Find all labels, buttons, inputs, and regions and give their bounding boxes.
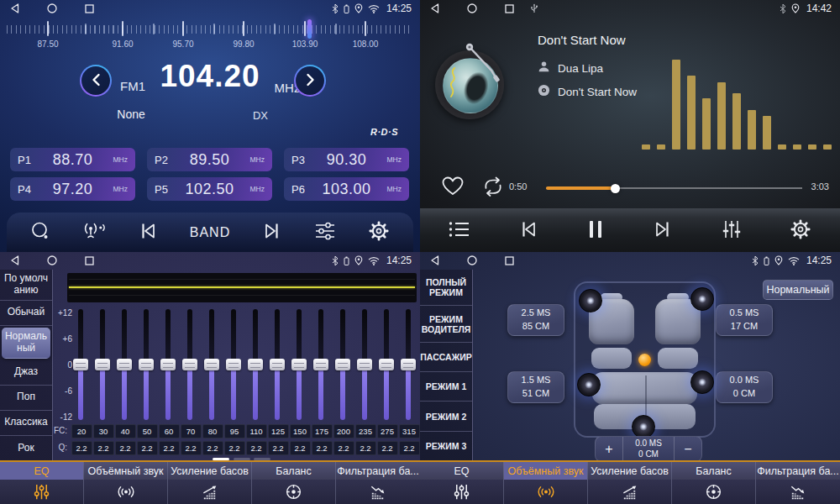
eq-preset-item[interactable]: Классика (0, 411, 52, 436)
band-button[interactable]: BAND (188, 223, 232, 242)
eq-band-slider[interactable] (269, 309, 286, 420)
slider-knob[interactable] (95, 359, 110, 370)
back-icon[interactable] (10, 255, 19, 265)
eq-band-slider[interactable] (356, 309, 373, 420)
surround-mode-item[interactable]: РЕЖИМ 1 (420, 372, 472, 402)
previous-track-button[interactable] (516, 218, 541, 244)
slider-knob[interactable] (379, 359, 394, 370)
recents-icon[interactable] (505, 256, 514, 265)
eq-preset-item[interactable]: Обычай (0, 301, 52, 326)
tab-balance[interactable]: Баланс (252, 462, 336, 504)
preset-button[interactable]: P497.20MHz (10, 177, 135, 201)
eq-band-slider[interactable] (378, 309, 395, 420)
tab-eq[interactable]: EQ (420, 462, 504, 504)
eq-band-slider[interactable] (291, 309, 307, 420)
surround-mode-item[interactable]: ПАССАЖИР (420, 343, 472, 372)
tab-bass-boost[interactable]: Усиление басов (168, 462, 252, 504)
recents-icon[interactable] (85, 4, 94, 13)
playlist-button[interactable] (447, 218, 472, 243)
tab-bass-filter[interactable]: Фильтрация ба... (336, 462, 420, 504)
slider-knob[interactable] (291, 359, 307, 370)
surround-mode-item[interactable]: РЕЖИМ 3 (420, 432, 472, 460)
settings-button[interactable] (366, 218, 391, 246)
repeat-button[interactable] (479, 175, 507, 202)
back-icon[interactable] (430, 255, 439, 265)
slider-knob[interactable] (357, 359, 372, 370)
tab-balance[interactable]: Баланс (672, 462, 756, 504)
seek-knob[interactable] (611, 184, 620, 193)
preset-button[interactable]: P289.50MHz (147, 148, 272, 171)
eq-preset-item[interactable]: Поп (0, 386, 52, 411)
slider-knob[interactable] (204, 359, 219, 370)
tab-bass-boost[interactable]: Усиление басов (588, 462, 672, 504)
broadcast-button[interactable] (80, 218, 108, 246)
recents-icon[interactable] (505, 4, 514, 13)
slider-knob[interactable] (73, 359, 88, 370)
next-track-button[interactable] (650, 218, 675, 244)
rear-right-delay-button[interactable]: 0.0 MS 0 CM (716, 371, 773, 403)
eq-band-slider[interactable] (400, 309, 417, 420)
scan-button[interactable] (29, 219, 52, 245)
eq-band-slider[interactable] (94, 309, 111, 420)
listening-position-marker[interactable] (638, 354, 651, 366)
home-icon[interactable] (467, 255, 477, 265)
eq-band-slider[interactable] (72, 309, 89, 420)
home-icon[interactable] (47, 3, 57, 13)
slider-knob[interactable] (160, 359, 176, 370)
home-icon[interactable] (47, 255, 57, 265)
front-left-delay-button[interactable]: 2.5 MS 85 CM (507, 304, 564, 336)
eq-band-slider[interactable] (334, 309, 351, 420)
pause-button[interactable] (585, 217, 606, 244)
equalizer-button[interactable] (719, 218, 744, 244)
slider-knob[interactable] (226, 359, 241, 370)
slider-knob[interactable] (335, 359, 350, 370)
slider-knob[interactable] (182, 359, 197, 370)
tab-eq[interactable]: EQ (0, 462, 84, 504)
next-station-button[interactable] (260, 219, 285, 245)
back-icon[interactable] (430, 3, 439, 13)
tune-up-button[interactable] (294, 65, 326, 97)
eq-band-slider[interactable] (181, 309, 198, 420)
eq-band-slider[interactable] (225, 309, 242, 420)
eq-band-slider[interactable] (203, 309, 220, 420)
delay-decrease-button[interactable]: − (674, 437, 701, 461)
slider-knob[interactable] (248, 359, 263, 370)
slider-knob[interactable] (117, 359, 132, 370)
surround-mode-item[interactable]: ПОЛНЫЙ РЕЖИМ (420, 270, 472, 306)
surround-mode-item[interactable]: РЕЖИМ ВОДИТЕЛЯ (420, 306, 472, 342)
recents-icon[interactable] (85, 256, 94, 265)
slider-knob[interactable] (270, 359, 285, 370)
slider-knob[interactable] (401, 359, 416, 370)
home-icon[interactable] (467, 3, 477, 13)
eq-band-slider[interactable] (116, 309, 133, 420)
surround-mode-item[interactable]: РЕЖИМ 2 (420, 402, 472, 431)
eq-preset-item[interactable]: По умолчанию (0, 270, 52, 301)
tab-bass-filter[interactable]: Фильтрация ба... (756, 462, 840, 504)
delay-increase-button[interactable]: + (596, 437, 623, 461)
eq-preset-item[interactable]: Нормальный (2, 328, 50, 359)
rear-left-delay-button[interactable]: 1.5 MS 51 CM (507, 371, 564, 403)
sound-profile-button[interactable]: Нормальный (763, 280, 833, 300)
tab-surround-sound[interactable]: Объёмный звук (84, 462, 168, 504)
front-right-delay-button[interactable]: 0.5 MS 17 CM (716, 304, 773, 336)
audio-settings-button[interactable] (312, 219, 339, 245)
eq-band-slider[interactable] (312, 309, 329, 420)
eq-preset-item[interactable]: Джаз (0, 360, 52, 386)
preset-button[interactable]: P6103.00MHz (284, 177, 409, 201)
eq-band-slider[interactable] (138, 309, 155, 420)
seek-bar[interactable] (546, 185, 802, 192)
slider-knob[interactable] (313, 359, 328, 370)
eq-band-slider[interactable] (247, 309, 264, 420)
favorite-button[interactable] (438, 173, 467, 202)
eq-preset-item[interactable]: Рок (0, 436, 52, 460)
settings-button[interactable] (788, 217, 813, 244)
preset-button[interactable]: P390.30MHz (284, 148, 409, 171)
previous-station-button[interactable] (135, 219, 160, 245)
back-icon[interactable] (10, 3, 19, 13)
tuning-scale[interactable]: 87.5091.6095.7099.80103.90108.00 (0, 18, 420, 50)
tab-surround-sound[interactable]: Объёмный звук (504, 462, 588, 504)
slider-knob[interactable] (139, 359, 154, 370)
preset-button[interactable]: P188.70MHz (10, 148, 135, 171)
eq-band-slider[interactable] (160, 309, 176, 420)
tune-down-button[interactable] (80, 65, 112, 97)
